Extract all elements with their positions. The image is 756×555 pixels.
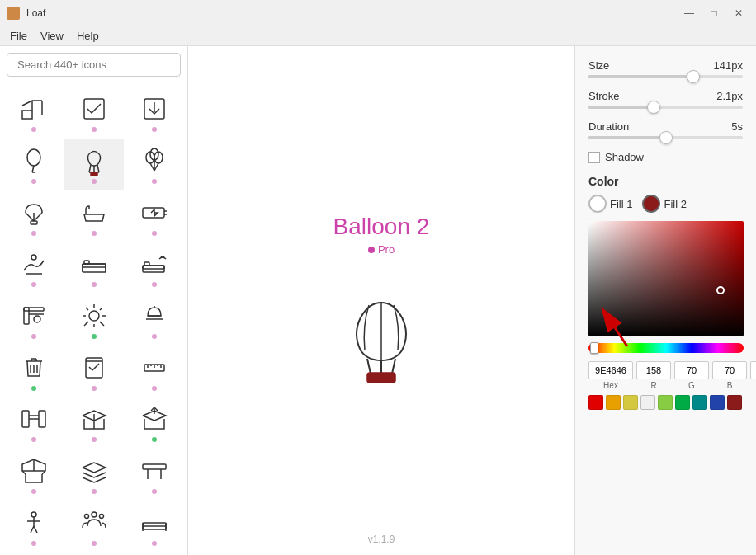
stroke-slider-track (588, 106, 743, 109)
icon-shelf (17, 299, 50, 332)
svg-rect-73 (39, 411, 45, 427)
svg-rect-41 (24, 308, 44, 311)
list-item[interactable] (3, 242, 64, 294)
close-button[interactable]: ✕ (728, 4, 749, 22)
svg-point-88 (92, 512, 97, 517)
list-item[interactable] (124, 500, 184, 552)
list-item[interactable] (3, 190, 64, 242)
list-item[interactable] (124, 190, 184, 242)
list-item[interactable] (64, 242, 124, 294)
list-item[interactable] (3, 397, 64, 449)
list-item[interactable] (124, 345, 184, 397)
swatch-yellow[interactable] (623, 395, 638, 410)
list-item[interactable] (124, 139, 184, 190)
swatch-orange[interactable] (606, 395, 621, 410)
color-gradient[interactable] (588, 221, 744, 336)
minimize-button[interactable]: — (678, 4, 700, 22)
duration-slider-thumb[interactable] (659, 131, 673, 144)
svg-rect-25 (31, 221, 37, 224)
list-item[interactable] (64, 397, 124, 449)
icon-dot (92, 231, 97, 236)
g-input[interactable] (674, 361, 709, 379)
icon-gate (17, 402, 50, 435)
icon-unbox (17, 454, 50, 487)
maximize-button[interactable]: □ (703, 4, 725, 22)
hue-thumb (590, 342, 598, 354)
icon-bathtub (78, 196, 111, 229)
stroke-slider-thumb[interactable] (647, 101, 660, 114)
icon-dot (152, 386, 157, 391)
pro-badge: Pro (368, 243, 395, 256)
swatch-green-light[interactable] (658, 395, 673, 410)
fill-row: Fill 1 Fill 2 (588, 195, 743, 213)
menu-view[interactable]: View (34, 28, 70, 44)
list-item[interactable] (64, 139, 124, 190)
hex-input-group: Hex (588, 361, 633, 390)
list-item[interactable] (124, 242, 184, 294)
version-label: v1.1.9 (368, 534, 395, 545)
size-slider-thumb[interactable] (687, 70, 700, 83)
search-input[interactable] (7, 53, 181, 77)
shadow-checkbox[interactable] (588, 152, 600, 163)
hex-input[interactable] (588, 361, 633, 379)
swatch-teal[interactable] (692, 395, 707, 410)
list-item[interactable] (64, 294, 124, 346)
size-property: Size 141px (588, 59, 743, 78)
swatch-red[interactable] (588, 395, 603, 410)
duration-slider-track (588, 136, 743, 139)
duration-value: 5s (731, 120, 743, 133)
swatch-green[interactable] (675, 395, 690, 410)
icon-dot (152, 179, 157, 184)
icon-download-box (138, 92, 171, 125)
fill2-option[interactable]: Fill 2 (642, 195, 686, 213)
list-item[interactable] (3, 87, 64, 139)
icon-grid (0, 83, 187, 555)
fill1-option[interactable]: Fill 1 (588, 195, 632, 213)
icon-dot (92, 437, 97, 442)
icon-boxes-stack (78, 454, 111, 487)
list-item[interactable] (3, 139, 64, 190)
fill1-circle (588, 195, 607, 213)
icon-bed-alarm (138, 247, 171, 280)
balloon2-preview (336, 293, 427, 383)
svg-line-87 (34, 526, 37, 533)
menu-file[interactable]: File (3, 28, 34, 44)
list-item[interactable] (124, 449, 184, 501)
list-item[interactable] (64, 87, 124, 139)
icon-balloons-cluster (138, 144, 171, 177)
hue-slider-container (588, 343, 743, 353)
list-item[interactable] (3, 500, 64, 552)
main-icon-display (332, 289, 431, 388)
g-input-group: G (674, 361, 709, 390)
list-item[interactable] (124, 397, 184, 449)
svg-rect-5 (84, 99, 104, 119)
list-item[interactable] (124, 294, 184, 346)
list-item[interactable] (124, 87, 184, 139)
svg-point-8 (27, 149, 40, 166)
list-item[interactable] (3, 449, 64, 501)
r-input[interactable] (636, 361, 671, 379)
menu-bar: File View Help (0, 26, 756, 46)
duration-property: Duration 5s (588, 120, 743, 139)
list-item[interactable] (3, 345, 64, 397)
b-input[interactable] (712, 361, 747, 379)
menu-help[interactable]: Help (70, 28, 106, 44)
svg-line-52 (100, 308, 102, 310)
list-item[interactable] (64, 345, 124, 397)
icon-parachute (17, 196, 50, 229)
list-item[interactable] (64, 449, 124, 501)
hue-slider[interactable] (588, 343, 744, 353)
swatch-blue[interactable] (710, 395, 725, 410)
stroke-label: Stroke (588, 90, 620, 102)
swatch-white[interactable] (640, 395, 655, 410)
fill2-circle (642, 195, 660, 213)
swatch-dark-red[interactable] (727, 395, 742, 410)
size-value: 141px (714, 59, 743, 72)
list-item[interactable] (3, 294, 64, 346)
svg-point-90 (99, 514, 103, 518)
list-item[interactable] (64, 190, 124, 242)
svg-rect-27 (143, 208, 164, 218)
list-item[interactable] (64, 500, 124, 552)
duration-label: Duration (588, 120, 629, 133)
alpha-input[interactable] (750, 361, 756, 379)
